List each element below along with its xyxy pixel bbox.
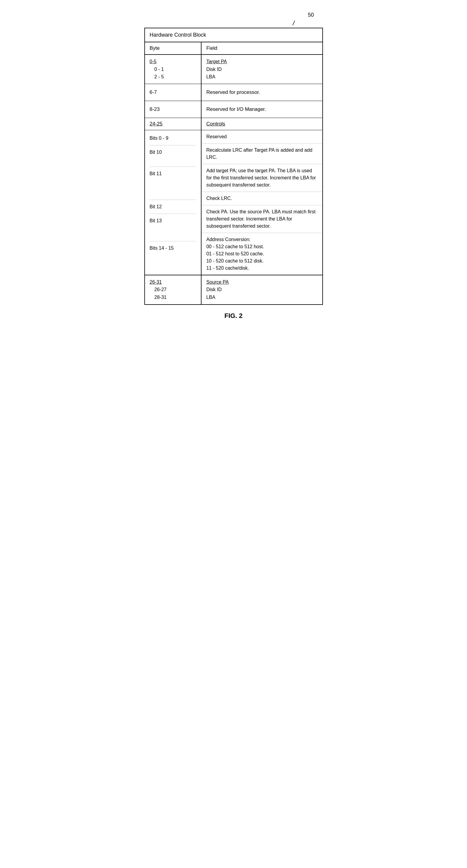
field-reserved-processor: Reserved for processor. bbox=[206, 89, 260, 95]
byte-8-23: 8-23 bbox=[150, 106, 160, 112]
byte-cell-6-7: 6-7 bbox=[145, 84, 202, 101]
field-24-25-main: Controls bbox=[201, 118, 322, 130]
table-row: 6-7 Reserved for processor. bbox=[145, 84, 322, 101]
table-row: 8-23 Reserved for I/O Manager. bbox=[145, 101, 322, 118]
field-sub-lba-1: LBA bbox=[206, 73, 317, 81]
byte-24-25-main: 24-25 bbox=[145, 118, 201, 130]
byte-cell-0-5: 0-5 0 - 1 2 - 5 bbox=[145, 55, 202, 84]
page-container: 50 / Hardware Control Block Byte Field 0… bbox=[144, 12, 323, 320]
field-sub-disk-id-1: Disk ID bbox=[206, 66, 317, 73]
figure-number-area: 50 bbox=[144, 12, 323, 18]
figure-ref-number: 50 bbox=[308, 12, 314, 18]
field-cell-0-5: Target PA Disk ID LBA bbox=[201, 55, 322, 84]
figure-caption-text: FIG. 2 bbox=[225, 312, 242, 319]
byte-sub-28-31: 28-31 bbox=[150, 293, 196, 301]
table-title: Hardware Control Block bbox=[150, 32, 206, 38]
byte-cell-8-23: 8-23 bbox=[145, 101, 202, 118]
field-main-target-pa: Target PA bbox=[206, 58, 317, 66]
byte-sub-0-1: 0 - 1 bbox=[150, 66, 196, 73]
byte-cell-26-31: 26-31 26-27 28-31 bbox=[145, 275, 202, 304]
field-cell-24-25: Controls Reserved Recalculate LRC after … bbox=[201, 118, 322, 275]
field-sub-disk-id-2: Disk ID bbox=[206, 286, 317, 293]
header-byte: Byte bbox=[145, 42, 202, 54]
field-reserved-io: Reserved for I/O Manager. bbox=[206, 106, 266, 112]
byte-sub-2-5: 2 - 5 bbox=[150, 73, 196, 81]
field-cell-8-23: Reserved for I/O Manager. bbox=[201, 101, 322, 118]
header-field: Field bbox=[201, 42, 322, 54]
table-row: 0-5 0 - 1 2 - 5 Target PA Disk ID LBA bbox=[145, 55, 322, 84]
field-cell-6-7: Reserved for processor. bbox=[201, 84, 322, 101]
byte-sub-26-27: 26-27 bbox=[150, 286, 196, 293]
byte-cell-24-25: 24-25 Bits 0 - 9 Bit 10 Bit 11 Bit 12 Bi… bbox=[145, 118, 202, 275]
field-main-source-pa: Source PA bbox=[206, 278, 317, 286]
field-sub-lba-2: LBA bbox=[206, 293, 317, 301]
hardware-control-block-table: Hardware Control Block Byte Field 0-5 0 … bbox=[144, 28, 323, 305]
byte-6-7: 6-7 bbox=[150, 89, 157, 95]
table-header-row: Byte Field bbox=[145, 42, 322, 55]
byte-24-25-subs: Bits 0 - 9 Bit 10 Bit 11 Bit 12 Bit 13 B… bbox=[145, 130, 201, 257]
field-24-25-subs: Reserved Recalculate LRC after Target PA… bbox=[201, 130, 322, 275]
byte-main-26-31: 26-31 bbox=[150, 278, 196, 286]
table-title-row: Hardware Control Block bbox=[145, 28, 322, 42]
figure-caption: FIG. 2 bbox=[144, 312, 323, 320]
table-row: 24-25 Bits 0 - 9 Bit 10 Bit 11 Bit 12 Bi… bbox=[145, 118, 322, 275]
field-cell-26-31: Source PA Disk ID LBA bbox=[201, 275, 322, 304]
table-row: 26-31 26-27 28-31 Source PA Disk ID LBA bbox=[145, 275, 322, 304]
bracket-arrow: / bbox=[293, 19, 294, 27]
byte-main-0-5: 0-5 bbox=[150, 58, 196, 66]
